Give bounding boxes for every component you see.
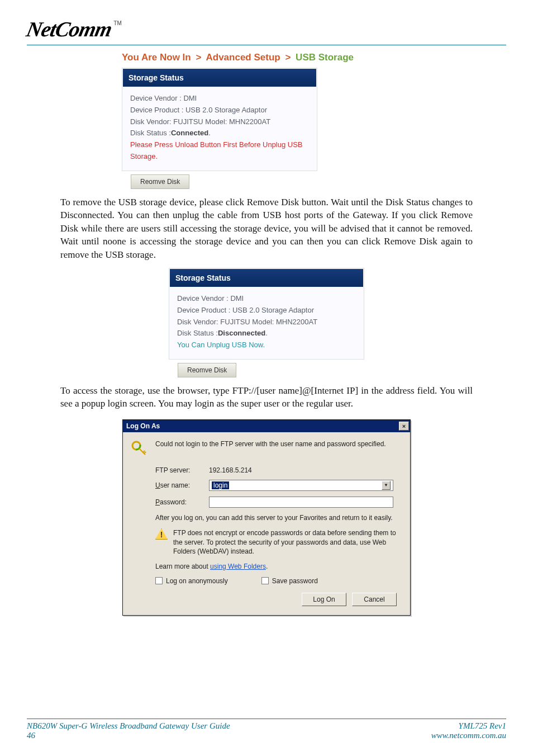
ftp-server-label: FTP server: [155,466,209,474]
footer-row: NB620W Super-G Wireless Broadband Gatewa… [27,721,506,740]
web-folders-link[interactable]: using Web Folders [210,563,266,570]
page-footer: NB620W Super-G Wireless Broadband Gatewa… [27,719,506,740]
dialog-body: Could not login to the FTP server with t… [123,432,410,615]
paragraph-remove-instructions: To remove the USB storage device, please… [60,196,473,261]
warning-icon: ! [155,528,168,540]
panel1-status-label: Disk Status : [130,129,171,137]
footer-revision: YML725 Rev1 [431,721,506,731]
panel2-status-value: Disconnected [218,329,265,337]
cancel-button[interactable]: Cancel [352,593,397,606]
dialog-buttons: Log On Cancel [131,593,401,608]
panel2-body: Device Vendor : DMI Device Product : USB… [169,287,364,359]
learn-more-row: Learn more about using Web Folders. [155,562,401,571]
remove-disk-button-1[interactable]: Reomve Disk [131,174,189,189]
dialog-error-msg: Could not login to the FTP server with t… [155,440,401,448]
password-field[interactable] [209,497,393,508]
panel1-status: Disk Status :Connected. [130,127,309,139]
security-warning-row: ! FTP does not encrypt or encode passwor… [155,528,397,556]
password-row: Password: [155,497,401,508]
breadcrumb-mid: Advanced Setup [206,52,280,63]
log-on-as-dialog: Log On As × Could not login to the FTP s… [122,419,411,616]
panel2-status: Disk Status :Disconnected. [177,328,356,339]
favorites-note: After you log on, you can add this serve… [155,513,401,523]
footer-page-number: 46 [27,731,230,740]
checkbox-icon [261,577,269,584]
panel1-title: Storage Status [123,69,316,87]
logo-text: NetComm [24,17,114,41]
dialog-titlebar: Log On As × [123,420,410,432]
panel1-status-value: Connected [171,129,208,137]
dialog-wrap: Log On As × Could not login to the FTP s… [27,419,506,616]
ftp-server-row: FTP server: 192.168.5.214 [155,466,401,474]
tm-mark: TM [113,17,121,26]
dialog-title-text: Log On As [126,422,160,430]
save-pass-checkbox[interactable]: Save password [261,577,318,585]
footer-guide-title: NB620W Super-G Wireless Broadband Gatewa… [27,721,230,731]
security-warning-text: FTP does not encrypt or encode passwords… [173,528,397,556]
remove-disk-button-2[interactable]: Reomve Disk [178,363,236,377]
dialog-fields: FTP server: 192.168.5.214 User name: log… [155,466,401,508]
username-value: login [212,481,229,489]
panel1-warning: Please Press Unload Button First Before … [130,139,309,163]
password-label: Password: [155,498,209,506]
key-icon [131,440,147,459]
footer-divider [27,719,506,719]
panel2-title: Storage Status [170,269,363,287]
breadcrumb-sep2: > [283,52,293,63]
chevron-down-icon[interactable]: ▼ [382,481,391,490]
panel2-product: Device Product : USB 2.0 Storage Adaptor [177,305,356,316]
panel2-unplug-msg: You Can Unplug USB Now. [177,339,356,351]
username-label: User name: [155,481,209,489]
learn-more-prefix: Learn more about [155,563,210,570]
panel1-diskvendor: Disk Vendor: FUJITSU Model: MHN2200AT [130,116,309,128]
checkbox-row: Log on anonymously Save password [155,577,401,585]
storage-status-panel-disconnected: Storage Status Device Vendor : DMI Devic… [169,268,364,360]
log-on-button[interactable]: Log On [302,593,346,606]
breadcrumb-sep1: > [193,52,203,63]
dialog-msg-row: Could not login to the FTP server with t… [131,440,401,459]
header-divider [27,45,506,45]
breadcrumb: You Are Now In > Advanced Setup > USB St… [122,50,423,68]
anon-checkbox[interactable]: Log on anonymously [155,577,228,585]
footer-right: YML725 Rev1 www.netcomm.com.au [431,721,506,740]
panel1-product: Device Product : USB 2.0 Storage Adaptor [130,105,309,116]
footer-left: NB620W Super-G Wireless Broadband Gatewa… [27,721,230,740]
close-icon[interactable]: × [399,422,409,431]
anon-label: Log on anonymously [166,577,228,585]
panel1-area: You Are Now In > Advanced Setup > USB St… [122,50,506,189]
panel1-vendor: Device Vendor : DMI [130,93,309,105]
panel1-body: Device Vendor : DMI Device Product : USB… [122,87,317,171]
save-pass-label: Save password [272,577,318,585]
username-row: User name: login ▼ [155,480,401,491]
checkbox-icon [155,577,163,584]
ftp-server-value: 192.168.5.214 [209,466,252,474]
breadcrumb-prefix: You Are Now In [122,52,191,63]
panel2-wrap: Storage Status Device Vendor : DMI Devic… [27,268,506,377]
storage-status-panel-connected: Storage Status Device Vendor : DMI Devic… [122,68,317,171]
paragraph-ftp-instructions: To access the storage, use the browser, … [60,384,473,410]
panel2-status-label: Disk Status : [177,329,218,337]
panel2-vendor: Device Vendor : DMI [177,293,356,305]
footer-url: www.netcomm.com.au [431,731,506,740]
breadcrumb-current: USB Storage [296,52,354,63]
username-combo[interactable]: login ▼ [209,480,393,491]
panel2-diskvendor: Disk Vendor: FUJITSU Model: MHN2200AT [177,316,356,328]
logo-block: NetComm TM [27,17,506,41]
